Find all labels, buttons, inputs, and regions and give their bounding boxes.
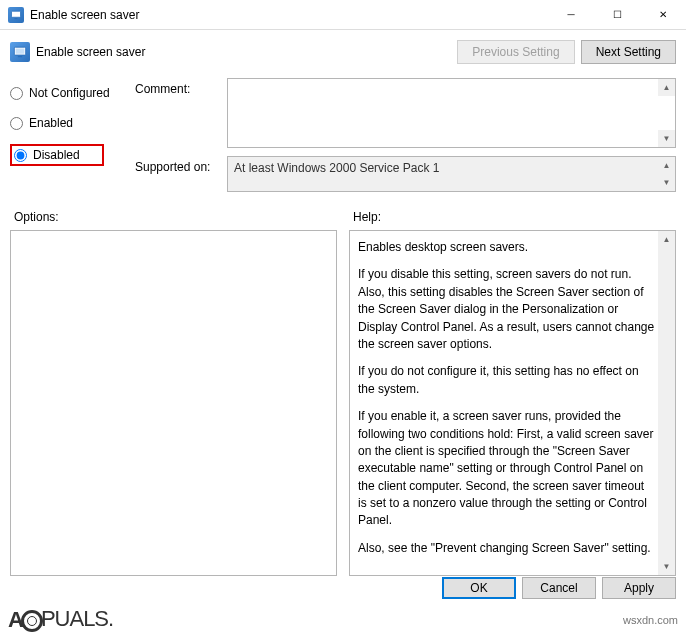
svg-rect-0 <box>12 11 21 17</box>
minimize-button[interactable]: ─ <box>548 0 594 29</box>
help-p4: Also, see the "Prevent changing Screen S… <box>358 540 655 557</box>
policy-title: Enable screen saver <box>36 45 451 59</box>
help-p0: Enables desktop screen savers. <box>358 239 655 256</box>
lower-section: Options: Help: Enables desktop screen sa… <box>0 206 686 576</box>
watermark-brand: PUALS. <box>41 606 113 631</box>
radio-enabled-input[interactable] <box>10 117 23 130</box>
help-column: Help: Enables desktop screen savers. If … <box>349 206 676 576</box>
radio-disabled-input[interactable] <box>14 149 27 162</box>
window-title: Enable screen saver <box>30 8 548 22</box>
policy-icon <box>10 42 30 62</box>
supported-box: At least Windows 2000 Service Pack 1 ▲ ▼ <box>227 156 676 192</box>
scroll-up-icon[interactable]: ▲ <box>658 231 675 248</box>
toolbar: Enable screen saver Previous Setting Nex… <box>0 30 686 74</box>
scroll-down-icon[interactable]: ▼ <box>658 174 675 191</box>
supported-label: Supported on: <box>135 156 227 192</box>
scroll-up-icon[interactable]: ▲ <box>658 79 675 96</box>
maximize-button[interactable]: ☐ <box>594 0 640 29</box>
previous-setting-button: Previous Setting <box>457 40 574 64</box>
svg-rect-3 <box>16 49 25 54</box>
help-scrollbar[interactable]: ▲ ▼ <box>658 231 675 575</box>
comment-row: Comment: ▲ ▼ <box>135 78 676 148</box>
watermark-site: wsxdn.com <box>623 614 678 626</box>
help-p3: If you enable it, a screen saver runs, p… <box>358 408 655 530</box>
apply-button[interactable]: Apply <box>602 577 676 599</box>
close-button[interactable]: ✕ <box>640 0 686 29</box>
app-icon <box>8 7 24 23</box>
supported-value: At least Windows 2000 Service Pack 1 <box>234 161 439 175</box>
window-controls: ─ ☐ ✕ <box>548 0 686 29</box>
cancel-button[interactable]: Cancel <box>522 577 596 599</box>
radio-not-configured[interactable]: Not Configured <box>10 84 135 102</box>
watermark-logo: APUALS. <box>8 606 113 633</box>
options-panel <box>10 230 337 576</box>
state-radios: Not Configured Enabled Disabled <box>10 78 135 200</box>
help-p1: If you disable this setting, screen save… <box>358 266 655 353</box>
help-panel[interactable]: Enables desktop screen savers. If you di… <box>349 230 676 576</box>
radio-disabled[interactable]: Disabled <box>10 144 104 166</box>
radio-enabled[interactable]: Enabled <box>10 114 135 132</box>
fields: Comment: ▲ ▼ Supported on: At least Wind… <box>135 78 676 200</box>
supported-row: Supported on: At least Windows 2000 Serv… <box>135 156 676 192</box>
svg-rect-4 <box>18 56 22 57</box>
radio-not-configured-input[interactable] <box>10 87 23 100</box>
options-label: Options: <box>10 206 337 230</box>
comment-input[interactable]: ▲ ▼ <box>227 78 676 148</box>
dialog-footer: OK Cancel Apply <box>442 577 676 599</box>
help-p2: If you do not configure it, this setting… <box>358 363 655 398</box>
help-label: Help: <box>349 206 676 230</box>
watermark: APUALS. wsxdn.com <box>0 607 686 633</box>
scroll-down-icon[interactable]: ▼ <box>658 130 675 147</box>
options-column: Options: <box>10 206 337 576</box>
ok-button[interactable]: OK <box>442 577 516 599</box>
comment-label: Comment: <box>135 78 227 148</box>
svg-rect-1 <box>15 18 18 19</box>
radio-disabled-label: Disabled <box>33 148 80 162</box>
upper-section: Not Configured Enabled Disabled Comment:… <box>0 74 686 206</box>
scroll-down-icon[interactable]: ▼ <box>658 558 675 575</box>
radio-not-configured-label: Not Configured <box>29 86 110 100</box>
scroll-up-icon[interactable]: ▲ <box>658 157 675 174</box>
next-setting-button[interactable]: Next Setting <box>581 40 676 64</box>
radio-enabled-label: Enabled <box>29 116 73 130</box>
titlebar: Enable screen saver ─ ☐ ✕ <box>0 0 686 30</box>
